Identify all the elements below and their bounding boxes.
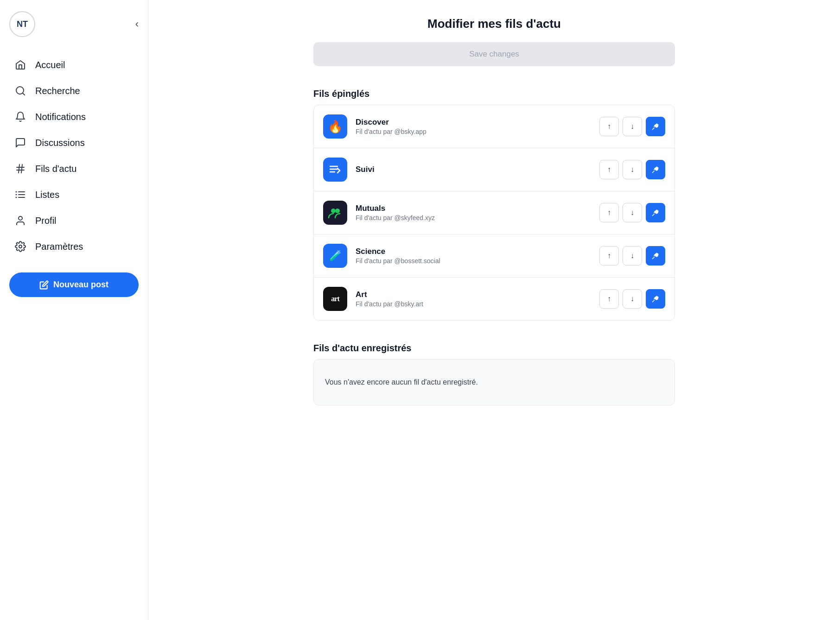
home-icon — [14, 58, 27, 71]
pin-button[interactable] — [646, 160, 665, 179]
bell-icon — [14, 110, 27, 123]
move-down-button[interactable]: ↓ — [623, 289, 642, 309]
hash-icon — [14, 162, 27, 175]
pin-icon — [652, 252, 659, 259]
move-up-button[interactable]: ↑ — [599, 160, 619, 179]
feed-actions: ↑ ↓ — [599, 203, 665, 222]
move-up-button[interactable]: ↑ — [599, 203, 619, 222]
feed-name: Science — [356, 247, 599, 256]
feed-actions: ↑ ↓ — [599, 160, 665, 179]
feed-item: art Art Fil d'actu par @bsky.art ↑ ↓ — [314, 278, 675, 320]
sidebar-item-label: Recherche — [35, 86, 80, 96]
save-changes-button[interactable]: Save changes — [313, 42, 675, 66]
pin-button[interactable] — [646, 117, 665, 136]
saved-empty-text: Vous n'avez encore aucun fil d'actu enre… — [325, 378, 478, 386]
svg-line-5 — [21, 164, 22, 173]
sidebar-item-discussions[interactable]: Discussions — [9, 130, 139, 156]
move-down-button[interactable]: ↓ — [623, 117, 642, 136]
feed-item: Suivi ↑ ↓ — [314, 148, 675, 191]
feed-item: Mutuals Fil d'actu par @skyfeed.xyz ↑ ↓ — [314, 191, 675, 234]
feed-sub: Fil d'actu par @bossett.social — [356, 257, 599, 265]
sidebar-item-fils-actu[interactable]: Fils d'actu — [9, 156, 139, 182]
sidebar-item-label: Profil — [35, 215, 57, 226]
pin-button[interactable] — [646, 246, 665, 266]
pin-button[interactable] — [646, 289, 665, 309]
sidebar-item-label: Listes — [35, 190, 59, 200]
back-chevron-icon[interactable]: ‹ — [135, 18, 139, 30]
feed-actions: ↑ ↓ — [599, 117, 665, 136]
move-down-button[interactable]: ↓ — [623, 203, 642, 222]
logo: NT — [9, 11, 35, 37]
sidebar-header: NT ‹ — [9, 11, 139, 37]
sidebar: NT ‹ Accueil Recherche Notifications Dis… — [0, 0, 148, 620]
feed-icon-mutuals — [323, 201, 347, 225]
move-up-button[interactable]: ↑ — [599, 117, 619, 136]
svg-point-9 — [16, 191, 17, 193]
sidebar-item-label: Discussions — [35, 138, 85, 148]
move-up-button[interactable]: ↑ — [599, 246, 619, 266]
feed-icon-discover: 🔥 — [323, 114, 347, 139]
sidebar-item-accueil[interactable]: Accueil — [9, 52, 139, 78]
feed-icon-suivi — [323, 158, 347, 182]
sidebar-item-label: Notifications — [35, 112, 86, 122]
pin-icon — [652, 166, 659, 173]
svg-line-23 — [652, 300, 654, 302]
feed-name: Mutuals — [356, 204, 599, 213]
feed-name: Art — [356, 290, 599, 299]
feed-sub: Fil d'actu par @bsky.app — [356, 128, 599, 135]
pin-button[interactable] — [646, 203, 665, 222]
svg-point-10 — [16, 194, 17, 196]
feed-info-mutuals: Mutuals Fil d'actu par @skyfeed.xyz — [356, 204, 599, 221]
edit-icon — [39, 280, 49, 290]
sidebar-item-parametres[interactable]: Paramètres — [9, 234, 139, 259]
svg-line-21 — [652, 214, 654, 216]
sidebar-item-listes[interactable]: Listes — [9, 182, 139, 208]
feed-item: 🔥 Discover Fil d'actu par @bsky.app ↑ ↓ — [314, 105, 675, 148]
feed-sub: Fil d'actu par @skyfeed.xyz — [356, 214, 599, 221]
pin-icon — [652, 295, 659, 303]
feed-info-suivi: Suivi — [356, 165, 599, 174]
pinned-feed-list: 🔥 Discover Fil d'actu par @bsky.app ↑ ↓ — [313, 105, 675, 321]
svg-point-19 — [331, 209, 336, 213]
move-up-button[interactable]: ↑ — [599, 289, 619, 309]
feed-info-science: Science Fil d'actu par @bossett.social — [356, 247, 599, 265]
page-title: Modifier mes fils d'actu — [313, 17, 675, 31]
feed-info-art: Art Fil d'actu par @bsky.art — [356, 290, 599, 308]
sidebar-item-label: Fils d'actu — [35, 164, 76, 174]
feed-item: 🧪 Science Fil d'actu par @bossett.social… — [314, 234, 675, 278]
new-post-button[interactable]: Nouveau post — [9, 272, 139, 297]
feed-info-discover: Discover Fil d'actu par @bsky.app — [356, 118, 599, 135]
user-icon — [14, 214, 27, 227]
list-icon — [14, 188, 27, 201]
feed-actions: ↑ ↓ — [599, 246, 665, 266]
sidebar-item-recherche[interactable]: Recherche — [9, 78, 139, 104]
feed-name: Discover — [356, 118, 599, 127]
pin-icon — [652, 209, 659, 216]
sidebar-item-label: Accueil — [35, 60, 65, 70]
nav-list: Accueil Recherche Notifications Discussi… — [9, 52, 139, 259]
svg-line-14 — [652, 128, 654, 130]
svg-line-4 — [19, 164, 19, 173]
main-content: Modifier mes fils d'actu Save changes Fi… — [148, 0, 840, 620]
svg-point-20 — [335, 209, 340, 213]
svg-line-18 — [652, 171, 654, 173]
gear-icon — [14, 240, 27, 253]
feed-name: Suivi — [356, 165, 599, 174]
saved-empty-section: Vous n'avez encore aucun fil d'actu enre… — [313, 359, 675, 405]
move-down-button[interactable]: ↓ — [623, 160, 642, 179]
sidebar-item-label: Paramètres — [35, 241, 83, 252]
pin-icon — [652, 123, 659, 130]
svg-line-22 — [652, 257, 654, 259]
move-down-button[interactable]: ↓ — [623, 246, 642, 266]
search-icon — [14, 84, 27, 97]
feed-sub: Fil d'actu par @bsky.art — [356, 300, 599, 308]
sidebar-item-notifications[interactable]: Notifications — [9, 104, 139, 130]
feed-icon-art: art — [323, 287, 347, 311]
chat-icon — [14, 136, 27, 149]
feed-actions: ↑ ↓ — [599, 289, 665, 309]
saved-section-title: Fils d'actu enregistrés — [313, 335, 675, 359]
svg-point-13 — [19, 245, 22, 248]
sidebar-item-profil[interactable]: Profil — [9, 208, 139, 234]
feed-icon-science: 🧪 — [323, 244, 347, 268]
svg-point-11 — [16, 197, 17, 198]
